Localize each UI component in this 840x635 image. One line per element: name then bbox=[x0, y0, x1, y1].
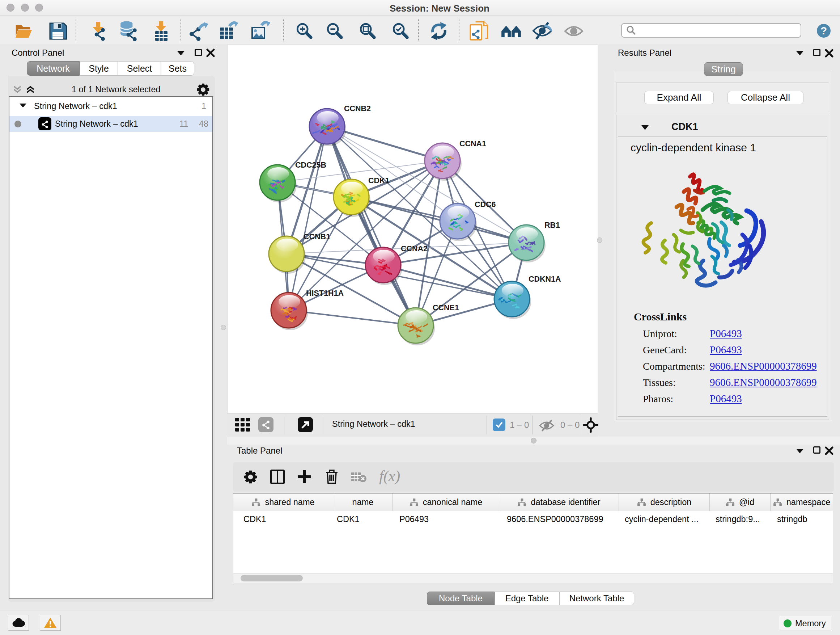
svg-text:CCNE1: CCNE1 bbox=[433, 303, 459, 312]
svg-text:CCNB1: CCNB1 bbox=[303, 233, 330, 241]
svg-text:RB1: RB1 bbox=[545, 221, 560, 230]
svg-text:CDC25B: CDC25B bbox=[295, 161, 326, 169]
svg-text:CDC6: CDC6 bbox=[475, 200, 496, 209]
svg-text:CCNB2: CCNB2 bbox=[344, 104, 371, 113]
svg-text:HIST1H1A: HIST1H1A bbox=[306, 289, 344, 298]
svg-text:CDK1: CDK1 bbox=[368, 176, 390, 185]
svg-text:CCNA1: CCNA1 bbox=[459, 139, 486, 148]
svg-text:CCNA2: CCNA2 bbox=[401, 244, 428, 253]
svg-text:CDKN1A: CDKN1A bbox=[529, 275, 561, 283]
